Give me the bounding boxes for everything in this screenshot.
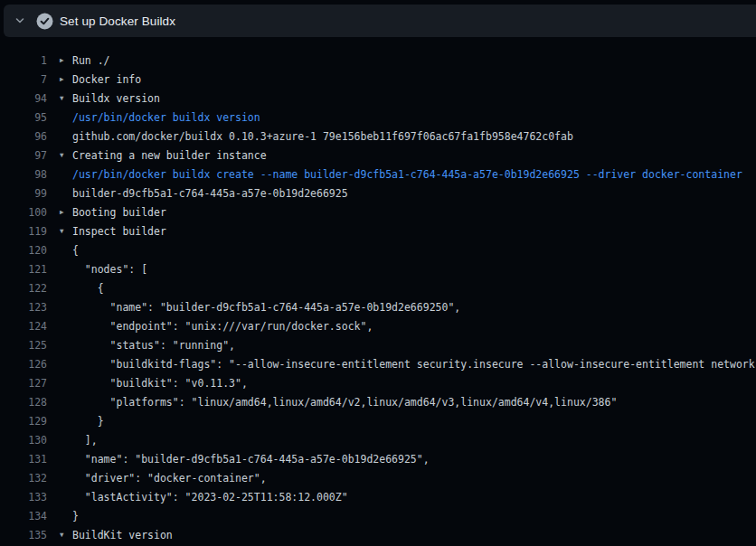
log-text: "status": "running", — [72, 339, 235, 352]
log-text: "platforms": "linux/amd64,linux/amd64/v2… — [72, 396, 617, 409]
log-line: 1 ▶ Run ./ — [0, 51, 756, 70]
log-line: 94 ▼ Buildx version — [0, 89, 756, 108]
log-lines: 1 ▶ Run ./ 7 ▶ Docker info 94 ▼ Buildx v… — [0, 37, 756, 546]
line-number[interactable]: 95 — [0, 111, 47, 124]
caret-right-icon[interactable]: ▶ — [60, 208, 72, 216]
line-number[interactable]: 128 — [0, 396, 47, 409]
line-number[interactable]: 122 — [0, 282, 47, 295]
line-number[interactable]: 133 — [0, 491, 47, 504]
line-number[interactable]: 129 — [0, 415, 47, 428]
line-number[interactable]: 7 — [0, 73, 47, 86]
log-line: 123 "name": "builder-d9cfb5a1-c764-445a-… — [0, 297, 756, 316]
line-number[interactable]: 132 — [0, 472, 47, 485]
line-number[interactable]: 135 — [0, 529, 47, 541]
log-line: 120 { — [0, 240, 756, 259]
log-line: 129 } — [0, 411, 756, 430]
line-number[interactable]: 1 — [0, 54, 47, 67]
log-text: "lastActivity": "2023-02-25T11:58:12.000… — [72, 491, 348, 504]
log-line: 99 builder-d9cfb5a1-c764-445a-a57e-0b19d… — [0, 184, 756, 202]
log-line: 125 "status": "running", — [0, 335, 756, 354]
log-line: 98 /usr/bin/docker buildx create --name … — [0, 165, 756, 184]
log-text: "nodes": [ — [72, 263, 147, 276]
line-number[interactable]: 134 — [0, 510, 47, 522]
log-text: builder-d9cfb5a1-c764-445a-a57e-0b19d2e6… — [72, 187, 348, 200]
line-number[interactable]: 100 — [0, 206, 47, 219]
log-line: 128 "platforms": "linux/amd64,linux/amd6… — [0, 392, 756, 411]
line-number[interactable]: 98 — [0, 168, 47, 181]
log-line: 133 "lastActivity": "2023-02-25T11:58:12… — [0, 487, 756, 506]
log-text: "buildkit": "v0.11.3", — [72, 377, 248, 390]
line-number[interactable]: 125 — [0, 339, 47, 352]
log-text[interactable]: Buildx version — [72, 92, 160, 105]
log-line: 122 { — [0, 278, 756, 297]
log-line: 96 github.com/docker/buildx 0.10.3+azure… — [0, 127, 756, 146]
log-line: 124 "endpoint": "unix:///var/run/docker.… — [0, 316, 756, 335]
log-line: 7 ▶ Docker info — [0, 70, 756, 89]
log-line: 135 ▼ BuildKit version — [0, 525, 756, 544]
log-line: 132 "driver": "docker-container", — [0, 468, 756, 487]
caret-down-icon[interactable]: ▼ — [60, 227, 72, 235]
caret-down-icon[interactable]: ▼ — [60, 94, 72, 102]
step-header[interactable]: Set up Docker Buildx — [4, 5, 756, 37]
log-text: } — [72, 415, 104, 428]
log-text: "name": "builder-d9cfb5a1-c764-445a-a57e… — [72, 301, 460, 314]
log-line: 131 "name": "builder-d9cfb5a1-c764-445a-… — [0, 449, 756, 468]
line-number[interactable]: 94 — [0, 92, 47, 105]
line-number[interactable]: 124 — [0, 320, 47, 333]
log-text: { — [72, 282, 104, 295]
log-text[interactable]: Creating a new builder instance — [72, 149, 267, 162]
check-circle-icon — [36, 13, 60, 30]
log-text[interactable]: BuildKit version — [72, 529, 173, 541]
log-line: 97 ▼ Creating a new builder instance — [0, 146, 756, 165]
log-text[interactable]: Inspect builder — [72, 225, 166, 238]
log-text: "driver": "docker-container", — [72, 472, 267, 485]
line-number[interactable]: 99 — [0, 187, 47, 200]
step-title: Set up Docker Buildx — [60, 14, 175, 28]
log-line: 95 /usr/bin/docker buildx version — [0, 108, 756, 127]
line-number[interactable]: 96 — [0, 130, 47, 143]
log-line: 100 ▶ Booting builder — [0, 202, 756, 221]
line-number[interactable]: 123 — [0, 301, 47, 314]
log-text: ], — [72, 434, 98, 447]
line-number[interactable]: 126 — [0, 358, 47, 371]
log-line: 134 } — [0, 506, 756, 525]
log-text: /usr/bin/docker buildx version — [72, 111, 260, 124]
log-text: /usr/bin/docker buildx create --name bui… — [72, 168, 742, 181]
caret-down-icon[interactable]: ▼ — [60, 531, 72, 539]
log-text: "name": "builder-d9cfb5a1-c764-445a-a57e… — [72, 453, 430, 466]
log-text: "endpoint": "unix:///var/run/docker.sock… — [72, 320, 373, 333]
log-text: { — [72, 244, 79, 257]
line-number[interactable]: 97 — [0, 149, 47, 162]
chevron-down-icon[interactable] — [4, 15, 36, 26]
line-number[interactable]: 127 — [0, 377, 47, 390]
log-text[interactable]: Booting builder — [72, 206, 166, 219]
log-text[interactable]: Run ./ — [72, 54, 110, 67]
line-number[interactable]: 121 — [0, 263, 47, 276]
log-text: github.com/docker/buildx 0.10.3+azure-1 … — [72, 130, 573, 143]
log-text[interactable]: Docker info — [72, 73, 141, 86]
line-number[interactable]: 119 — [0, 225, 47, 238]
caret-down-icon[interactable]: ▼ — [60, 151, 72, 159]
caret-right-icon[interactable]: ▶ — [60, 56, 72, 64]
log-line: 121 "nodes": [ — [0, 259, 756, 278]
log-text: } — [72, 510, 79, 522]
log-text: "buildkitd-flags": "--allow-insecure-ent… — [72, 358, 756, 371]
line-number[interactable]: 131 — [0, 453, 47, 466]
line-number[interactable]: 120 — [0, 244, 47, 257]
line-number[interactable]: 130 — [0, 434, 47, 447]
caret-right-icon[interactable]: ▶ — [60, 75, 72, 83]
log-line: 130 ], — [0, 430, 756, 449]
log-line: 127 "buildkit": "v0.11.3", — [0, 373, 756, 392]
log-line: 126 "buildkitd-flags": "--allow-insecure… — [0, 354, 756, 373]
log-line: 119 ▼ Inspect builder — [0, 221, 756, 240]
